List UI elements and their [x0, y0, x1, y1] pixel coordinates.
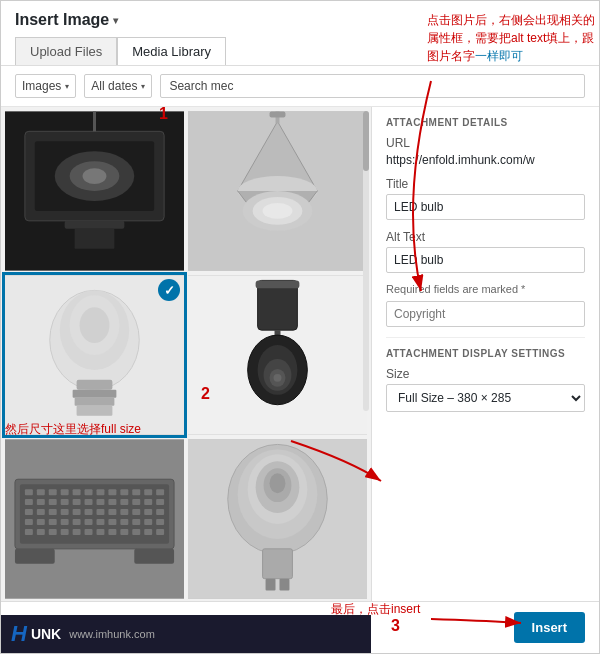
title-field-group: Title — [386, 177, 585, 220]
alt-field-group: Alt Text — [386, 230, 585, 273]
svg-point-106 — [270, 473, 286, 493]
brand-name: UNK — [31, 626, 61, 642]
svg-rect-91 — [85, 529, 93, 535]
svg-rect-43 — [85, 489, 93, 495]
svg-rect-45 — [108, 489, 116, 495]
svg-rect-69 — [108, 509, 116, 515]
alt-label: Alt Text — [386, 230, 585, 244]
svg-rect-86 — [25, 529, 33, 535]
svg-rect-39 — [37, 489, 45, 495]
url-field-group: URL https://enfold.imhunk.com/w — [386, 136, 585, 167]
svg-rect-22 — [73, 390, 117, 398]
svg-rect-90 — [73, 529, 81, 535]
svg-rect-24 — [77, 406, 113, 416]
svg-rect-56 — [96, 499, 104, 505]
toolbar: Images ▾ All dates ▾ — [1, 66, 599, 107]
svg-point-14 — [263, 203, 293, 219]
dialog-title: Insert Image ▾ — [15, 11, 585, 29]
svg-rect-93 — [108, 529, 116, 535]
title-text: Insert Image — [15, 11, 109, 29]
svg-rect-74 — [25, 519, 33, 525]
media-scrollbar[interactable] — [363, 111, 369, 411]
svg-rect-92 — [96, 529, 104, 535]
svg-rect-83 — [132, 519, 140, 525]
svg-rect-41 — [61, 489, 69, 495]
svg-rect-48 — [144, 489, 152, 495]
svg-rect-54 — [73, 499, 81, 505]
title-label: Title — [386, 177, 585, 191]
media-item-highbay[interactable] — [188, 111, 367, 271]
display-settings-title: ATTACHMENT DISPLAY SETTINGS — [386, 348, 585, 359]
separator — [386, 337, 585, 338]
svg-rect-84 — [144, 519, 152, 525]
svg-point-5 — [83, 168, 107, 184]
svg-rect-79 — [85, 519, 93, 525]
filter-date-select[interactable]: All dates ▾ — [84, 74, 152, 98]
search-input[interactable] — [160, 74, 585, 98]
svg-point-33 — [274, 374, 282, 382]
brand-url: www.imhunk.com — [69, 628, 155, 640]
filter-date-arrow-icon: ▾ — [141, 82, 145, 91]
svg-rect-89 — [61, 529, 69, 535]
svg-rect-76 — [49, 519, 57, 525]
svg-rect-67 — [85, 509, 93, 515]
copyright-input[interactable] — [386, 301, 585, 327]
svg-rect-62 — [25, 509, 33, 515]
main-content: ✓ — [1, 107, 599, 601]
required-note: Required fields are marked * — [386, 283, 585, 295]
svg-rect-47 — [132, 489, 140, 495]
scrollbar-thumb[interactable] — [363, 111, 369, 171]
svg-rect-95 — [132, 529, 140, 535]
copyright-field-group — [386, 301, 585, 327]
svg-rect-88 — [49, 529, 57, 535]
svg-rect-49 — [156, 489, 164, 495]
title-input[interactable] — [386, 194, 585, 220]
tab-bar: Upload Files Media Library — [15, 37, 585, 65]
svg-rect-52 — [49, 499, 57, 505]
svg-rect-78 — [73, 519, 81, 525]
svg-rect-63 — [37, 509, 45, 515]
svg-rect-70 — [120, 509, 128, 515]
media-item-gu10[interactable] — [188, 439, 367, 599]
url-label: URL — [386, 136, 585, 150]
media-item-bulb[interactable]: ✓ — [5, 275, 184, 435]
svg-rect-57 — [108, 499, 116, 505]
svg-rect-61 — [156, 499, 164, 505]
svg-rect-44 — [96, 489, 104, 495]
insert-button[interactable]: Insert — [514, 612, 585, 643]
svg-rect-85 — [156, 519, 164, 525]
svg-rect-55 — [85, 499, 93, 505]
details-panel: ATTACHMENT DETAILS URL https://enfold.im… — [371, 107, 599, 601]
tab-media-library[interactable]: Media Library — [117, 37, 226, 65]
size-select[interactable]: Thumbnail – 150 × 150 Medium – 300 × 225… — [386, 384, 585, 412]
media-item-flood2[interactable] — [5, 439, 184, 599]
svg-rect-38 — [25, 489, 33, 495]
media-item-floodlight[interactable] — [5, 111, 184, 271]
title-arrow-icon: ▾ — [113, 15, 118, 26]
svg-rect-71 — [132, 509, 140, 515]
dialog-header: Insert Image ▾ Upload Files Media Librar… — [1, 1, 599, 66]
brand-logo: H UNK — [11, 621, 61, 647]
svg-rect-72 — [144, 509, 152, 515]
brand-bar: H UNK www.imhunk.com — [1, 615, 371, 653]
svg-rect-23 — [75, 398, 115, 406]
svg-rect-96 — [144, 529, 152, 535]
filter-type-select[interactable]: Images ▾ — [15, 74, 76, 98]
media-item-track[interactable] — [188, 275, 367, 435]
svg-rect-73 — [156, 509, 164, 515]
svg-rect-40 — [49, 489, 57, 495]
svg-rect-99 — [134, 549, 174, 564]
svg-point-25 — [80, 307, 110, 343]
svg-rect-53 — [61, 499, 69, 505]
svg-rect-77 — [61, 519, 69, 525]
svg-rect-97 — [156, 529, 164, 535]
attachment-details-title: ATTACHMENT DETAILS — [386, 117, 585, 128]
svg-rect-109 — [279, 579, 289, 591]
svg-rect-87 — [37, 529, 45, 535]
svg-rect-94 — [120, 529, 128, 535]
svg-rect-58 — [120, 499, 128, 505]
brand-h-icon: H — [11, 621, 27, 647]
tab-upload-files[interactable]: Upload Files — [15, 37, 117, 65]
alt-input[interactable] — [386, 247, 585, 273]
svg-rect-108 — [266, 579, 276, 591]
